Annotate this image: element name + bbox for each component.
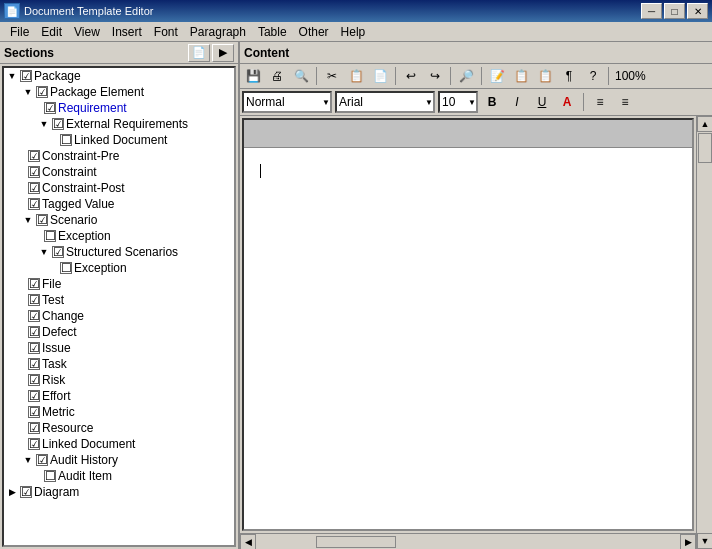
- minimize-button[interactable]: ─: [641, 3, 662, 19]
- editor-area[interactable]: [242, 118, 694, 531]
- tree-item-effort[interactable]: ☑ Effort: [4, 388, 234, 404]
- tree-item-package-element[interactable]: ▼ ☑ Package Element: [4, 84, 234, 100]
- toolbar-redo[interactable]: ↪: [424, 66, 446, 86]
- expander-diagram[interactable]: ▶: [4, 484, 20, 500]
- expander-package[interactable]: ▼: [4, 68, 20, 84]
- scroll-thumb[interactable]: [698, 133, 712, 163]
- checkbox-test[interactable]: ☑: [28, 294, 40, 306]
- style-select[interactable]: Normal Heading 1 Heading 2 Heading 3: [242, 91, 332, 113]
- vertical-scrollbar[interactable]: ▲ ▼: [696, 116, 712, 549]
- toolbar-copy[interactable]: 📋: [345, 66, 367, 86]
- underline-button[interactable]: U: [531, 92, 553, 112]
- sections-btn-2[interactable]: ▶: [212, 44, 234, 62]
- font-select[interactable]: Arial Times New Roman Courier New: [335, 91, 435, 113]
- toolbar-cut[interactable]: ✂: [321, 66, 343, 86]
- checkbox-package[interactable]: ☑: [20, 70, 32, 82]
- checkbox-issue[interactable]: ☑: [28, 342, 40, 354]
- tree-item-scenario[interactable]: ▼ ☑ Scenario: [4, 212, 234, 228]
- tree-item-constraint-post[interactable]: ☑ Constraint-Post: [4, 180, 234, 196]
- menu-file[interactable]: File: [4, 23, 35, 41]
- close-button[interactable]: ✕: [687, 3, 708, 19]
- checkbox-risk[interactable]: ☑: [28, 374, 40, 386]
- menu-font[interactable]: Font: [148, 23, 184, 41]
- toolbar-save[interactable]: 💾: [242, 66, 264, 86]
- font-dropdown[interactable]: Arial Times New Roman Courier New ▼: [335, 91, 435, 113]
- toolbar-undo[interactable]: ↩: [400, 66, 422, 86]
- hscroll-thumb[interactable]: [316, 536, 396, 548]
- toolbar-image[interactable]: 📋: [510, 66, 532, 86]
- checkbox-tagged-value[interactable]: ☑: [28, 198, 40, 210]
- hscroll-left-btn[interactable]: ◀: [240, 534, 256, 550]
- scroll-up-btn[interactable]: ▲: [697, 116, 712, 132]
- color-button[interactable]: A: [556, 92, 578, 112]
- tree-item-constraint[interactable]: ☑ Constraint: [4, 164, 234, 180]
- editor-content[interactable]: [244, 148, 692, 529]
- tree-item-requirement[interactable]: ☑ Requirement: [4, 100, 234, 116]
- bottom-scrollbar[interactable]: ◀ ▶: [240, 533, 696, 549]
- menu-edit[interactable]: Edit: [35, 23, 68, 41]
- tree-item-exception[interactable]: ☐ Exception: [4, 228, 234, 244]
- align-left-button[interactable]: ≡: [589, 92, 611, 112]
- checkbox-audit[interactable]: ☑: [36, 454, 48, 466]
- align-right-button[interactable]: ≡: [614, 92, 636, 112]
- window-controls[interactable]: ─ □ ✕: [641, 3, 708, 19]
- tree-item-audit-history[interactable]: ▼ ☑ Audit History: [4, 452, 234, 468]
- checkbox-file[interactable]: ☑: [28, 278, 40, 290]
- tree-item-structured-scenarios[interactable]: ▼ ☑ Structured Scenarios: [4, 244, 234, 260]
- toolbar-para[interactable]: ¶: [558, 66, 580, 86]
- tree-item-exception2[interactable]: ☐ Exception: [4, 260, 234, 276]
- toolbar-print[interactable]: 🖨: [266, 66, 288, 86]
- checkbox-constraint-post[interactable]: ☑: [28, 182, 40, 194]
- checkbox-defect[interactable]: ☑: [28, 326, 40, 338]
- checkbox-linked[interactable]: ☐: [60, 134, 72, 146]
- expander-scenario[interactable]: ▼: [20, 212, 36, 228]
- hscroll-right-btn[interactable]: ▶: [680, 534, 696, 550]
- checkbox-package-element[interactable]: ☑: [36, 86, 48, 98]
- maximize-button[interactable]: □: [664, 3, 685, 19]
- checkbox-constraint-pre[interactable]: ☑: [28, 150, 40, 162]
- checkbox-audit-item[interactable]: ☐: [44, 470, 56, 482]
- bold-button[interactable]: B: [481, 92, 503, 112]
- menu-table[interactable]: Table: [252, 23, 293, 41]
- menu-help[interactable]: Help: [335, 23, 372, 41]
- tree-item-change[interactable]: ☑ Change: [4, 308, 234, 324]
- toolbar-help[interactable]: ?: [582, 66, 604, 86]
- toolbar-table[interactable]: 📝: [486, 66, 508, 86]
- checkbox-diagram[interactable]: ☑: [20, 486, 32, 498]
- size-select[interactable]: 8910 11121416: [438, 91, 478, 113]
- tree-item-package[interactable]: ▼ ☑ Package: [4, 68, 234, 84]
- tree-item-resource[interactable]: ☑ Resource: [4, 420, 234, 436]
- checkbox-exception2[interactable]: ☐: [60, 262, 72, 274]
- expander-audit[interactable]: ▼: [20, 452, 36, 468]
- scroll-track[interactable]: [697, 132, 712, 533]
- menu-insert[interactable]: Insert: [106, 23, 148, 41]
- tree-item-issue[interactable]: ☑ Issue: [4, 340, 234, 356]
- tree-item-linked-doc2[interactable]: ☑ Linked Document: [4, 436, 234, 452]
- tree-item-external-req[interactable]: ▼ ☑ External Requirements: [4, 116, 234, 132]
- toolbar-find[interactable]: 🔎: [455, 66, 477, 86]
- tree-item-audit-item[interactable]: ☐ Audit Item: [4, 468, 234, 484]
- checkbox-exception[interactable]: ☐: [44, 230, 56, 242]
- tree-item-file[interactable]: ☑ File: [4, 276, 234, 292]
- checkbox-metric[interactable]: ☑: [28, 406, 40, 418]
- checkbox-req[interactable]: ☑: [44, 102, 56, 114]
- toolbar-obj[interactable]: 📋: [534, 66, 556, 86]
- tree-container[interactable]: ▼ ☑ Package ▼ ☑ Package Element ☑ Requir…: [2, 66, 236, 547]
- checkbox-effort[interactable]: ☑: [28, 390, 40, 402]
- tree-item-constraint-pre[interactable]: ☑ Constraint-Pre: [4, 148, 234, 164]
- toolbar-preview[interactable]: 🔍: [290, 66, 312, 86]
- italic-button[interactable]: I: [506, 92, 528, 112]
- menu-view[interactable]: View: [68, 23, 106, 41]
- menu-paragraph[interactable]: Paragraph: [184, 23, 252, 41]
- tree-item-test[interactable]: ☑ Test: [4, 292, 234, 308]
- tree-item-linked-doc[interactable]: ☐ Linked Document: [4, 132, 234, 148]
- checkbox-linked2[interactable]: ☑: [28, 438, 40, 450]
- checkbox-change[interactable]: ☑: [28, 310, 40, 322]
- size-dropdown[interactable]: 8910 11121416 ▼: [438, 91, 478, 113]
- expander-ext-req[interactable]: ▼: [36, 116, 52, 132]
- tree-item-metric[interactable]: ☑ Metric: [4, 404, 234, 420]
- checkbox-task[interactable]: ☑: [28, 358, 40, 370]
- checkbox-structured[interactable]: ☑: [52, 246, 64, 258]
- tree-item-tagged-value[interactable]: ☑ Tagged Value: [4, 196, 234, 212]
- expander-structured[interactable]: ▼: [36, 244, 52, 260]
